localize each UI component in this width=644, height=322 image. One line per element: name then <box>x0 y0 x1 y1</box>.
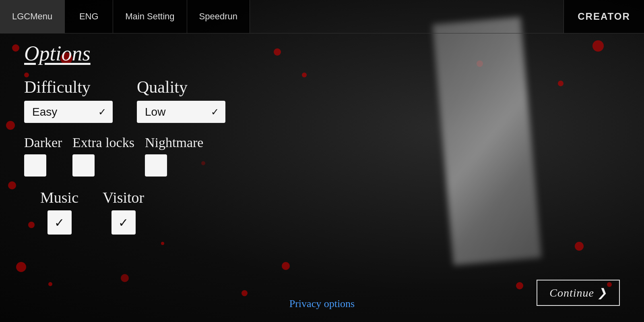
quality-label: Quality <box>137 77 225 97</box>
nav-eng[interactable]: ENG <box>65 0 113 33</box>
darker-group: Darker <box>24 135 64 177</box>
nightmare-checkbox[interactable] <box>145 154 167 177</box>
nightmare-label: Nightmare <box>145 135 203 150</box>
checkbox-row-1: Darker Extra locks Nightmare <box>24 135 620 177</box>
extra-locks-group: Extra locks <box>72 135 137 177</box>
nav-main-setting[interactable]: Main Setting <box>113 0 187 33</box>
quality-group: Quality Low Medium High <box>137 77 225 123</box>
navbar: LGCMenu ENG Main Setting Speedrun CREATO… <box>0 0 644 33</box>
visitor-checkbox[interactable]: ✓ <box>111 210 136 235</box>
music-visitor-row: Music ✓ Visitor ✓ <box>40 189 620 235</box>
quality-select[interactable]: Low Medium High <box>137 101 225 123</box>
visitor-label: Visitor <box>103 189 144 206</box>
continue-button[interactable]: Continue ❯ <box>537 280 620 306</box>
nightmare-group: Nightmare <box>145 135 203 177</box>
extra-locks-label: Extra locks <box>72 135 134 150</box>
nav-lgcmenu[interactable]: LGCMenu <box>0 0 65 33</box>
music-label: Music <box>40 189 78 206</box>
difficulty-label: Difficulty <box>24 77 113 97</box>
nav-creator[interactable]: CREATOR <box>564 0 644 33</box>
privacy-options[interactable]: Privacy options <box>289 298 355 310</box>
difficulty-group: Difficulty Easy Normal Hard <box>24 77 113 123</box>
darker-checkbox[interactable] <box>24 154 46 177</box>
music-checkbox[interactable]: ✓ <box>47 210 72 235</box>
visitor-group: Visitor ✓ <box>103 189 144 235</box>
difficulty-select[interactable]: Easy Normal Hard <box>24 101 113 123</box>
nav-speedrun[interactable]: Speedrun <box>187 0 250 33</box>
difficulty-select-wrapper: Easy Normal Hard <box>24 101 113 123</box>
music-group: Music ✓ <box>40 189 78 235</box>
settings-row: Difficulty Easy Normal Hard Quality Low … <box>24 77 620 123</box>
extra-locks-checkbox[interactable] <box>72 154 95 177</box>
darker-label: Darker <box>24 135 62 150</box>
main-content: Options Difficulty Easy Normal Hard Qual… <box>0 33 644 243</box>
page-title: Options <box>24 42 620 65</box>
quality-select-wrapper: Low Medium High <box>137 101 225 123</box>
